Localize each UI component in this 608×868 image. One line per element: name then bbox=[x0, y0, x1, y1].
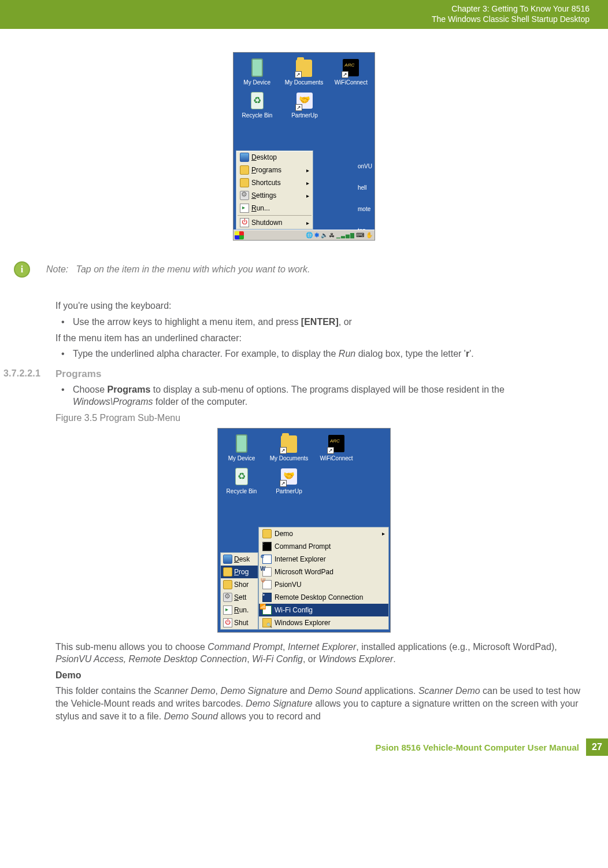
note-body: Tap on the item in the menu with which y… bbox=[76, 264, 310, 274]
run-icon bbox=[223, 605, 232, 615]
note-text: Note: Tap on the item in the menu with w… bbox=[46, 264, 310, 275]
folder-icon bbox=[223, 567, 232, 577]
desktop-icon-my-device: My Device bbox=[233, 57, 280, 86]
hand-icon bbox=[366, 232, 373, 238]
desktop-icon-label: WiFiConnect bbox=[328, 79, 375, 86]
rdc-icon bbox=[262, 593, 272, 602]
desktop-icon-label: Recycle Bin bbox=[233, 112, 281, 119]
submenu-item-command-prompt: Command Prompt bbox=[259, 540, 388, 553]
desktop-icon-wificonnect: ↗ WiFiConnect bbox=[313, 433, 360, 461]
submenu-item-demo: Demo▸ bbox=[259, 527, 388, 540]
start-menu-item-programs: Programs▸ bbox=[236, 164, 313, 176]
programs-submenu: Demo▸ Command Prompt Internet Explorer M… bbox=[258, 527, 389, 630]
start-menu-item-settings: Settings▸ bbox=[236, 189, 313, 202]
para-underlined-intro: If the menu item has an underlined chara… bbox=[55, 332, 586, 345]
start-menu: Desk Prog Shor Sett Run. Shut bbox=[220, 552, 258, 630]
submenu-item-windows-explorer: Windows Explorer bbox=[259, 616, 388, 629]
desktop-icon-partnerup: ↗ PartnerUp bbox=[281, 90, 328, 119]
menu-separator bbox=[238, 215, 312, 216]
start-menu-item-settings: Sett bbox=[221, 591, 258, 604]
signal-icon: ▁▃▅▇ bbox=[336, 232, 355, 238]
figure-start-menu: My Device ↗ My Documents ↗ WiFiConnect R… bbox=[0, 52, 608, 241]
submenu-item-microsoft-wordpad: Microsoft WordPad bbox=[259, 566, 388, 578]
desktop-icon-partnerup: ↗ PartnerUp bbox=[265, 466, 313, 494]
info-icon: i bbox=[14, 261, 30, 278]
shortcut-arrow-icon: ↗ bbox=[280, 447, 287, 454]
note-callout: i Note: Tap on the item in the menu with… bbox=[14, 261, 608, 278]
start-menu-item-shutdown: Shut bbox=[221, 616, 258, 629]
psionvu-icon bbox=[262, 580, 272, 589]
gear-icon bbox=[223, 593, 232, 602]
page-footer: Psion 8516 Vehicle-Mount Computer User M… bbox=[0, 738, 608, 756]
start-menu-item-programs: Prog bbox=[221, 566, 258, 578]
start-menu: Desktop Programs▸ Shortcuts▸ Settings▸ R… bbox=[236, 150, 313, 230]
speaker-icon bbox=[321, 232, 328, 238]
start-flag-icon bbox=[235, 231, 244, 239]
folder-icon bbox=[262, 529, 272, 538]
windows-explorer-icon bbox=[262, 618, 272, 627]
desktop-icon-label: My Device bbox=[233, 79, 280, 86]
bullet-choose-programs: Choose Programs to display a sub-menu of… bbox=[55, 383, 586, 408]
shortcut-arrow-icon: ↗ bbox=[280, 480, 287, 487]
submenu-arrow-icon: ▸ bbox=[306, 220, 309, 226]
shortcut-arrow-icon: ↗ bbox=[342, 71, 349, 78]
desktop-icon-my-documents: ↗ My Documents bbox=[280, 57, 327, 86]
submenu-item-wifi-config: Wi-Fi Config bbox=[259, 604, 388, 616]
section-number: 3.7.2.2.1 bbox=[3, 368, 40, 379]
network-icon bbox=[329, 232, 335, 238]
desktop-icon-label: PartnerUp bbox=[281, 112, 328, 119]
run-icon bbox=[240, 204, 249, 213]
wifi-icon bbox=[262, 605, 272, 615]
wordpad-icon bbox=[262, 567, 272, 577]
desktop-icon-my-documents: ↗ My Documents bbox=[265, 433, 313, 461]
submenu-arrow-icon: ▸ bbox=[306, 193, 309, 199]
para-submenu-desc: This sub-menu allows you to choose Comma… bbox=[55, 641, 586, 666]
submenu-item-remote-desktop: Remote Desktop Connection bbox=[259, 591, 388, 604]
demo-heading: Demo bbox=[55, 669, 586, 682]
taskbar: ✱ ▁▃▅▇ bbox=[233, 230, 375, 240]
folder-icon bbox=[240, 165, 249, 175]
header-chapter: Chapter 3: Getting To Know Your 8516 bbox=[0, 3, 590, 14]
wince-screenshot-1: My Device ↗ My Documents ↗ WiFiConnect R… bbox=[233, 52, 375, 241]
section-title: Programs bbox=[55, 368, 608, 380]
bullet-underlined-char: Type the underlined alpha character. For… bbox=[55, 348, 586, 360]
desktop-icon-label: My Documents bbox=[280, 79, 327, 86]
start-menu-item-run: Run... bbox=[236, 202, 313, 215]
gear-icon bbox=[240, 191, 249, 200]
start-menu-item-shortcuts: Shortcuts▸ bbox=[236, 176, 313, 189]
shutdown-icon bbox=[240, 218, 249, 227]
header-subtitle: The Windows Classic Shell Startup Deskto… bbox=[0, 14, 590, 24]
footer-manual-title: Psion 8516 Vehicle-Mount Computer User M… bbox=[375, 743, 579, 752]
para-demo-desc: This folder contains the Scanner Demo, D… bbox=[55, 685, 586, 722]
note-label: Note: bbox=[46, 264, 68, 274]
globe-icon bbox=[306, 232, 313, 238]
shortcut-arrow-icon: ↗ bbox=[295, 104, 302, 111]
section-heading-row: 3.7.2.2.1 Programs bbox=[0, 368, 608, 380]
desktop-icon-recycle-bin: Recycle Bin bbox=[233, 90, 281, 119]
bullet-arrow-keys: Use the arrow keys to highlight a menu i… bbox=[55, 316, 586, 328]
footer-page-number: 27 bbox=[586, 738, 608, 756]
wince-screenshot-2: My Device ↗ My Documents ↗ WiFiConnect R… bbox=[217, 428, 391, 633]
desktop-icon-wificonnect: ↗ WiFiConnect bbox=[328, 57, 375, 86]
shortcut-arrow-icon: ↗ bbox=[327, 447, 334, 454]
page-header: Chapter 3: Getting To Know Your 8516 The… bbox=[0, 0, 608, 29]
start-menu-item-shutdown: Shutdown▸ bbox=[236, 216, 313, 229]
monitor-icon bbox=[223, 555, 232, 564]
folder-icon bbox=[223, 580, 232, 589]
figure-caption: Figure 3.5 Program Sub-Menu bbox=[55, 412, 586, 424]
ie-icon bbox=[262, 555, 272, 564]
monitor-icon bbox=[240, 153, 249, 162]
start-menu-item-desktop: Desktop bbox=[236, 151, 313, 164]
keyboard-icon bbox=[356, 232, 365, 238]
para-keyboard-intro: If you're using the keyboard: bbox=[55, 300, 586, 312]
figure-programs-submenu: My Device ↗ My Documents ↗ WiFiConnect R… bbox=[0, 428, 608, 633]
shutdown-icon bbox=[223, 618, 232, 627]
submenu-arrow-icon: ▸ bbox=[382, 530, 385, 537]
submenu-arrow-icon: ▸ bbox=[306, 167, 309, 173]
start-menu-item-run: Run. bbox=[221, 604, 258, 616]
desktop-icon-my-device: My Device bbox=[218, 433, 265, 461]
desktop-icon-recycle-bin: Recycle Bin bbox=[218, 466, 265, 494]
folder-icon bbox=[240, 178, 249, 187]
submenu-item-psionvu: PsionVU bbox=[259, 578, 388, 591]
start-menu-item-shortcuts: Shor bbox=[221, 578, 258, 591]
